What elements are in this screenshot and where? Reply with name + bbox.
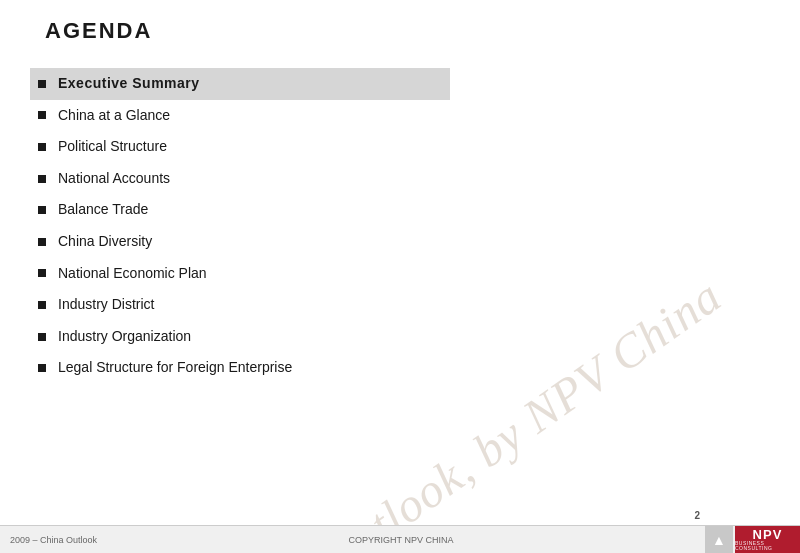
bullet-icon-4 (38, 206, 46, 214)
arrow-up-icon: ▲ (712, 532, 726, 548)
agenda-item-9[interactable]: Legal Structure for Foreign Enterprise (30, 352, 450, 384)
agenda-list: Executive SummaryChina at a GlancePoliti… (30, 68, 450, 384)
agenda-item-7[interactable]: Industry District (30, 289, 450, 321)
bullet-icon-0 (38, 80, 46, 88)
bullet-icon-3 (38, 175, 46, 183)
logo-sub-text: BUSINESS CONSULTING (735, 541, 800, 551)
agenda-item-label-5: China Diversity (58, 232, 152, 252)
agenda-item-label-7: Industry District (58, 295, 154, 315)
agenda-item-6[interactable]: National Economic Plan (30, 258, 450, 290)
bullet-icon-8 (38, 333, 46, 341)
footer-center-text: COPYRIGHT NPV CHINA (349, 535, 454, 545)
nav-arrow-button[interactable]: ▲ (705, 526, 733, 554)
page-number: 2 (694, 510, 700, 521)
agenda-item-label-4: Balance Trade (58, 200, 148, 220)
agenda-item-label-1: China at a Glance (58, 106, 170, 126)
agenda-item-label-3: National Accounts (58, 169, 170, 189)
agenda-item-1[interactable]: China at a Glance (30, 100, 450, 132)
agenda-item-label-2: Political Structure (58, 137, 167, 157)
footer-right: ▲ NPV BUSINESS CONSULTING (705, 526, 800, 553)
bullet-icon-1 (38, 111, 46, 119)
agenda-item-3[interactable]: National Accounts (30, 163, 450, 195)
bullet-icon-7 (38, 301, 46, 309)
agenda-item-2[interactable]: Political Structure (30, 131, 450, 163)
agenda-item-label-6: National Economic Plan (58, 264, 207, 284)
agenda-item-4[interactable]: Balance Trade (30, 194, 450, 226)
bullet-icon-5 (38, 238, 46, 246)
agenda-item-8[interactable]: Industry Organization (30, 321, 450, 353)
agenda-item-5[interactable]: China Diversity (30, 226, 450, 258)
agenda-item-label-9: Legal Structure for Foreign Enterprise (58, 358, 292, 378)
footer-logo: NPV BUSINESS CONSULTING (735, 526, 800, 554)
agenda-item-label-0: Executive Summary (58, 74, 200, 94)
bullet-icon-2 (38, 143, 46, 151)
bullet-icon-6 (38, 269, 46, 277)
footer-left-text: 2009 – China Outlook (0, 535, 97, 545)
page-title: AGENDA (45, 18, 152, 44)
slide: AGENDA Executive SummaryChina at a Glanc… (0, 0, 800, 553)
agenda-item-label-8: Industry Organization (58, 327, 191, 347)
agenda-item-0[interactable]: Executive Summary (30, 68, 450, 100)
footer-bar: 2009 – China Outlook COPYRIGHT NPV CHINA… (0, 525, 800, 553)
bullet-icon-9 (38, 364, 46, 372)
